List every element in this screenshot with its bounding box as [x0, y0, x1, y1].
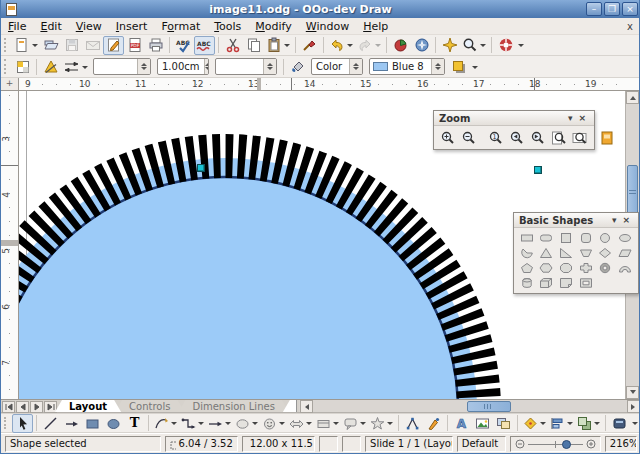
horizontal-scroll-thumb[interactable]	[467, 401, 511, 412]
clone-formatting-button[interactable]	[299, 36, 320, 55]
zoom-dropdown-arrow[interactable]	[480, 44, 486, 50]
spellcheck-button[interactable]: ABC	[173, 36, 194, 55]
basic-shapes-dropdown-arrow[interactable]	[252, 422, 258, 428]
help-button[interactable]	[495, 36, 516, 55]
menu-file[interactable]: File	[1, 19, 33, 34]
close-button[interactable]: ×	[622, 2, 638, 16]
maximize-button[interactable]: ❐	[604, 2, 620, 16]
toolbar-overflow-button[interactable]	[472, 66, 478, 72]
flowcharts-button[interactable]	[314, 414, 341, 433]
shape-circle-pie-button[interactable]	[517, 245, 537, 260]
zoom-100-button[interactable]: 1	[485, 128, 506, 147]
line-button[interactable]	[40, 57, 61, 76]
rotate-button[interactable]	[521, 414, 548, 433]
horizontal-scrollbar[interactable]	[299, 400, 640, 412]
zoom-minus-button[interactable]	[515, 439, 525, 449]
arrange-button[interactable]	[575, 414, 602, 433]
navigator-button[interactable]	[411, 36, 432, 55]
shadow-button[interactable]	[448, 57, 469, 76]
block-arrows-button[interactable]	[287, 414, 314, 433]
shapes-panel-titlebar[interactable]: Basic Shapes ▾ ×	[514, 213, 638, 228]
previous-page-button[interactable]	[16, 401, 29, 413]
email-button[interactable]	[82, 36, 103, 55]
fill-color-value[interactable]: Blue 8	[388, 61, 431, 72]
arrange-dropdown-arrow[interactable]	[594, 422, 600, 428]
rotate-dropdown-arrow[interactable]	[540, 422, 546, 428]
zoom-slider[interactable]	[510, 436, 601, 452]
alignment-dropdown-arrow[interactable]	[567, 422, 573, 428]
minimize-button[interactable]: –	[586, 2, 602, 16]
undo-dropdown-arrow[interactable]	[347, 44, 353, 50]
fill-color-select[interactable]: Blue 8	[369, 58, 445, 75]
title-bar[interactable]: image11.odg - OOo-dev Draw – ❐ ×	[1, 0, 640, 18]
fill-style-value[interactable]: Color	[312, 61, 349, 72]
zoom-panel-close-button[interactable]: ×	[575, 112, 589, 124]
zoom-next-button[interactable]	[527, 128, 548, 147]
menu-view[interactable]: View	[69, 19, 109, 34]
shape-parallelogram-button[interactable]	[615, 245, 635, 260]
status-zoom-level[interactable]: 216%	[605, 436, 637, 452]
new-button[interactable]	[12, 36, 40, 55]
redo-dropdown-arrow[interactable]	[375, 44, 381, 50]
callouts-dropdown-arrow[interactable]	[360, 422, 366, 428]
line-width-spinner[interactable]	[204, 59, 209, 74]
zoom-slider-thumb[interactable]	[562, 440, 571, 449]
first-page-button[interactable]	[2, 401, 15, 413]
edit-file-button[interactable]	[103, 36, 124, 55]
menu-window[interactable]: Window	[299, 19, 356, 34]
menu-insert[interactable]: Insert	[109, 19, 155, 34]
shape-rounded-square-button[interactable]	[576, 230, 596, 245]
line-color-spinner[interactable]	[263, 59, 276, 74]
shape-ring-button[interactable]	[596, 260, 616, 275]
toolbar-overflow-button[interactable]	[518, 44, 524, 50]
scroll-right-button[interactable]	[627, 400, 640, 413]
tab-layout[interactable]: Layout	[55, 400, 121, 412]
shape-ellipse-button[interactable]	[615, 230, 635, 245]
new-dropdown-arrow[interactable]	[32, 44, 38, 50]
selection-handle[interactable]	[197, 164, 205, 172]
zoom-previous-button[interactable]	[506, 128, 527, 147]
toolbar-overflow-button[interactable]	[632, 422, 638, 428]
connector-tool-button[interactable]	[179, 414, 206, 433]
shape-cube-button[interactable]	[537, 275, 557, 290]
line-style-select[interactable]	[93, 58, 151, 75]
flowcharts-dropdown-arrow[interactable]	[333, 422, 339, 428]
ellipse-tool-button[interactable]	[103, 414, 124, 433]
gallery-button[interactable]	[439, 36, 460, 55]
line-width-value[interactable]: 1.00cm	[158, 61, 204, 72]
shape-square-button[interactable]	[556, 230, 576, 245]
paste-button[interactable]	[264, 36, 292, 55]
menu-help[interactable]: Help	[356, 19, 395, 34]
shape-block-arc-button[interactable]	[615, 260, 635, 275]
shape-regular-pentagon-button[interactable]	[517, 260, 537, 275]
shape-trapezoid-button[interactable]	[576, 245, 596, 260]
cut-button[interactable]	[222, 36, 243, 55]
shapes-panel-menu-button[interactable]: ▾	[609, 214, 620, 226]
zoom-out-button[interactable]	[458, 128, 479, 147]
stars-dropdown-arrow[interactable]	[387, 422, 393, 428]
shape-rectangle-button[interactable]	[517, 230, 537, 245]
shape-isosceles-triangle-button[interactable]	[537, 245, 557, 260]
shape-frame-button[interactable]	[576, 275, 596, 290]
fill-style-spinner[interactable]	[349, 59, 362, 74]
lines-arrows-dropdown-arrow[interactable]	[225, 422, 231, 428]
scroll-down-button[interactable]	[626, 386, 639, 399]
fill-style-select[interactable]: Color	[311, 58, 363, 75]
basic-shapes-button[interactable]	[233, 414, 260, 433]
symbol-shapes-button[interactable]	[260, 414, 287, 433]
gallery-tool-button[interactable]	[493, 414, 514, 433]
redo-button[interactable]	[355, 36, 383, 55]
zoom-in-button[interactable]	[437, 128, 458, 147]
callouts-button[interactable]	[341, 414, 368, 433]
lines-arrows-button[interactable]	[206, 414, 233, 433]
shape-diamond-button[interactable]	[596, 245, 616, 260]
line-color-select[interactable]	[215, 58, 277, 75]
line-tool-button[interactable]	[40, 414, 61, 433]
scroll-left-button[interactable]	[300, 400, 313, 413]
symbol-shapes-dropdown-arrow[interactable]	[279, 422, 285, 428]
shapes-panel-close-button[interactable]: ×	[619, 214, 633, 226]
line-style-spinner[interactable]	[137, 59, 150, 74]
styles-button[interactable]	[12, 57, 33, 76]
curve-dropdown-arrow[interactable]	[171, 422, 177, 428]
text-tool-button[interactable]: T	[124, 414, 145, 433]
